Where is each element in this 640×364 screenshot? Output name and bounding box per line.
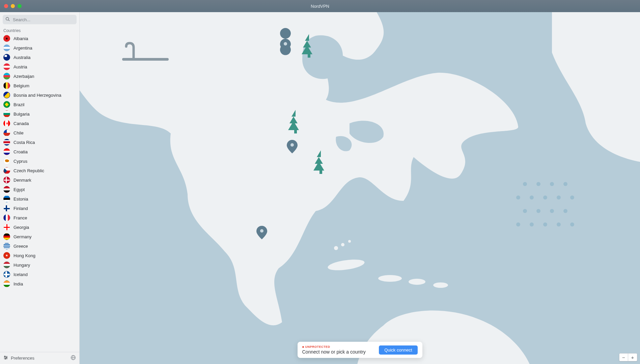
flag-icon-cr <box>3 139 10 146</box>
svg-point-32 <box>409 279 425 285</box>
quick-connect-button[interactable]: Quick connect <box>379 345 417 355</box>
country-item-cy[interactable]: Cyprus <box>0 156 79 166</box>
country-name: Czech Republic <box>13 168 44 173</box>
country-name: India <box>13 281 23 286</box>
svg-point-21 <box>523 209 527 213</box>
flag-icon-hk <box>3 252 10 259</box>
country-name: France <box>13 215 27 220</box>
country-item-al[interactable]: Albania <box>0 34 79 43</box>
svg-point-24 <box>563 209 567 213</box>
flag-icon-br <box>3 101 10 108</box>
svg-point-38 <box>284 42 287 46</box>
country-item-de[interactable]: Germany <box>0 232 79 241</box>
globe-icon[interactable] <box>71 355 76 362</box>
country-item-cl[interactable]: Chile <box>0 128 79 138</box>
svg-point-31 <box>378 275 402 282</box>
svg-point-19 <box>557 195 561 200</box>
flag-icon-cy <box>3 158 10 164</box>
country-name: Hong Kong <box>13 253 35 258</box>
svg-point-15 <box>563 182 567 186</box>
window-title: NordVPN <box>311 4 329 9</box>
svg-point-27 <box>543 222 547 226</box>
svg-point-40 <box>260 229 263 233</box>
flag-icon-ee <box>3 195 10 202</box>
search-icon <box>5 17 10 23</box>
svg-point-20 <box>570 195 574 200</box>
titlebar[interactable]: NordVPN <box>0 0 640 12</box>
flag-icon-hr <box>3 148 10 155</box>
country-item-ee[interactable]: Estonia <box>0 194 79 204</box>
country-name: Azerbaijan <box>13 74 34 79</box>
status-tag: UNPROTECTED <box>302 345 366 348</box>
country-name: Austria <box>13 64 27 69</box>
svg-point-39 <box>290 143 294 147</box>
country-name: Estonia <box>13 196 28 202</box>
flag-icon-eg <box>3 186 10 193</box>
country-item-at[interactable]: Austria <box>0 62 79 71</box>
minimize-window-button[interactable] <box>11 4 15 8</box>
country-item-be[interactable]: Belgium <box>0 81 79 90</box>
svg-point-18 <box>543 195 547 200</box>
country-item-hk[interactable]: Hong Kong <box>0 251 79 260</box>
country-name: Australia <box>13 55 31 60</box>
svg-line-1 <box>8 20 9 21</box>
flag-icon-au <box>3 54 10 61</box>
country-name: Bosnia and Herzegovina <box>13 93 61 98</box>
country-item-br[interactable]: Brazil <box>0 100 79 109</box>
country-name: Bulgaria <box>13 112 30 117</box>
country-item-fi[interactable]: Finland <box>0 204 79 213</box>
svg-point-6 <box>6 357 7 358</box>
map-svg <box>80 12 640 364</box>
flag-icon-in <box>3 280 10 287</box>
svg-point-12 <box>523 182 527 186</box>
country-item-hr[interactable]: Croatia <box>0 147 79 156</box>
flag-icon-ar <box>3 44 10 51</box>
svg-point-16 <box>516 195 520 200</box>
svg-point-17 <box>530 195 534 200</box>
country-item-au[interactable]: Australia <box>0 53 79 62</box>
country-item-eg[interactable]: Egypt <box>0 185 79 194</box>
svg-point-33 <box>433 282 448 288</box>
search-input[interactable] <box>3 15 77 24</box>
country-item-cr[interactable]: Costa Rica <box>0 138 79 147</box>
country-name: Croatia <box>13 149 28 154</box>
country-name: Canada <box>13 121 29 126</box>
svg-point-36 <box>348 240 351 243</box>
maximize-window-button[interactable] <box>18 4 22 8</box>
flag-icon-be <box>3 82 10 89</box>
search-container <box>0 12 79 27</box>
status-message: Connect now or pick a country <box>302 349 366 355</box>
svg-point-5 <box>4 356 5 357</box>
country-item-is[interactable]: Iceland <box>0 270 79 279</box>
zoom-out-button[interactable]: − <box>619 354 628 361</box>
country-item-in[interactable]: India <box>0 279 79 289</box>
sidebar-footer: Preferences <box>0 352 79 364</box>
zoom-controls: − + <box>619 353 637 361</box>
country-item-ge[interactable]: Georgia <box>0 222 79 232</box>
country-item-fr[interactable]: France <box>0 213 79 222</box>
flag-icon-cl <box>3 129 10 136</box>
flag-icon-az <box>3 73 10 80</box>
svg-point-13 <box>536 182 540 186</box>
country-item-dk[interactable]: Denmark <box>0 175 79 185</box>
country-item-hu[interactable]: Hungary <box>0 260 79 270</box>
country-item-az[interactable]: Azerbaijan <box>0 71 79 81</box>
country-name: Georgia <box>13 225 29 230</box>
country-item-gr[interactable]: Greece <box>0 241 79 251</box>
country-item-ba[interactable]: Bosnia and Herzegovina <box>0 90 79 100</box>
country-item-cz[interactable]: Czech Republic <box>0 166 79 175</box>
close-window-button[interactable] <box>4 4 8 8</box>
sidebar: Countries AlbaniaArgentinaAustraliaAustr… <box>0 12 80 364</box>
zoom-in-button[interactable]: + <box>628 354 637 361</box>
country-item-bg[interactable]: Bulgaria <box>0 109 79 119</box>
countries-list[interactable]: AlbaniaArgentinaAustraliaAustriaAzerbaij… <box>0 34 79 352</box>
svg-point-23 <box>550 209 554 213</box>
country-item-ar[interactable]: Argentina <box>0 43 79 53</box>
map-view[interactable]: UNPROTECTED Connect now or pick a countr… <box>80 12 640 364</box>
svg-point-7 <box>5 358 6 359</box>
country-name: Hungary <box>13 263 30 268</box>
status-bar: UNPROTECTED Connect now or pick a countr… <box>298 342 422 358</box>
svg-point-14 <box>550 182 554 186</box>
preferences-button[interactable]: Preferences <box>3 355 34 361</box>
country-item-ca[interactable]: Canada <box>0 119 79 128</box>
